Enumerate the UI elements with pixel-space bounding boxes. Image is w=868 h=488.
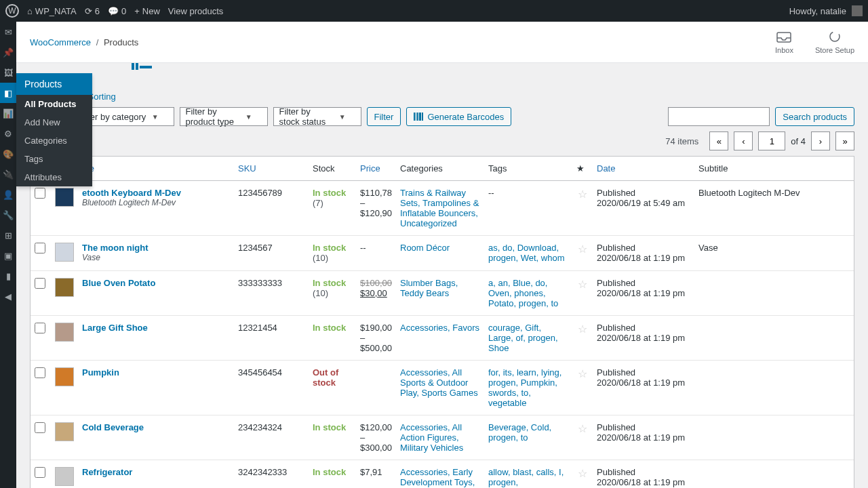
product-title-link[interactable]: Large Gift Shoe xyxy=(82,323,148,333)
new-content-link[interactable]: + New xyxy=(134,6,160,16)
filter-stock-select[interactable]: Filter by stock status▼ xyxy=(273,107,361,126)
search-products-button[interactable]: Search products xyxy=(775,107,854,126)
categories-cell[interactable]: Slumber Bags, Teddy Bears xyxy=(400,278,458,298)
row-checkbox[interactable] xyxy=(35,323,45,333)
row-checkbox[interactable] xyxy=(35,422,45,433)
submenu-tags[interactable]: Tags xyxy=(16,150,92,168)
col-name[interactable]: me xyxy=(78,157,234,181)
featured-star-toggle[interactable]: ☆ xyxy=(578,423,587,434)
featured-star-toggle[interactable]: ☆ xyxy=(578,323,587,335)
row-checkbox[interactable] xyxy=(35,467,45,478)
updates-link[interactable]: ⟳ 6 xyxy=(85,6,100,16)
product-title-link[interactable]: Cold Beverage xyxy=(82,422,144,432)
loading-icon xyxy=(827,30,843,43)
view-products-link[interactable]: View products xyxy=(168,6,223,16)
categories-cell[interactable]: Accessories, Favors xyxy=(400,323,479,333)
submenu-add-new[interactable]: Add New xyxy=(16,113,92,131)
rail-media-icon[interactable]: 🖼 xyxy=(0,62,16,83)
sku-cell: 234234324 xyxy=(234,415,309,460)
store-setup-button[interactable]: Store Setup xyxy=(815,30,854,54)
rail-products-icon[interactable]: ◧ xyxy=(0,83,16,103)
product-title-link[interactable]: The moon night xyxy=(82,243,148,253)
col-date[interactable]: Date xyxy=(593,157,694,181)
site-name-link[interactable]: ⌂ WP_NATA xyxy=(27,6,77,16)
col-sku[interactable]: SKU xyxy=(234,157,309,181)
product-title-link[interactable]: etooth Keyboard M-Dev xyxy=(82,188,181,198)
submenu-all-products[interactable]: All Products xyxy=(16,95,92,113)
inbox-button[interactable]: Inbox xyxy=(775,30,793,54)
tags-cell[interactable]: for, its, learn, lying, progen, Pumpkin,… xyxy=(488,367,561,408)
date-stamp: 2020/06/18 at 1:19 pm xyxy=(597,432,685,443)
price-cell: $190,00 – $500,00 xyxy=(356,316,396,361)
categories-cell[interactable]: Accessories, Early Development Toys, Mot… xyxy=(400,467,475,488)
categories-cell[interactable]: Trains & Railway Sets, Trampolines & Inf… xyxy=(400,188,479,228)
search-input[interactable] xyxy=(668,107,770,126)
filter-type-select[interactable]: Filter by product type▼ xyxy=(180,107,268,126)
submenu-attributes[interactable]: Attributes xyxy=(16,168,92,186)
rail-plugins-icon[interactable]: 🔌 xyxy=(0,164,16,184)
categories-cell[interactable]: Accessories, All Action Figures, Militar… xyxy=(400,422,463,453)
row-checkbox[interactable] xyxy=(35,278,45,289)
rail-analytics-icon[interactable]: 📊 xyxy=(0,103,16,123)
rail-item-icon[interactable]: ▣ xyxy=(0,245,16,266)
product-title-link[interactable]: Refrigerator xyxy=(82,467,132,477)
product-thumbnail[interactable] xyxy=(55,422,74,441)
categories-cell[interactable]: Room Décor xyxy=(400,243,450,253)
sku-cell: 123456789 xyxy=(234,181,309,236)
generate-barcodes-button[interactable]: Generate Barcodes xyxy=(406,107,511,126)
next-page-button[interactable]: › xyxy=(811,131,830,150)
stock-status: In stock xyxy=(313,243,346,253)
rail-collapse-icon[interactable]: ◀ xyxy=(0,286,16,306)
product-thumbnail[interactable] xyxy=(55,367,74,386)
tags-cell[interactable]: allow, blast, calls, I, progen, Refriger… xyxy=(488,467,564,488)
table-row: Large Gift Shoe12321454In stock$190,00 –… xyxy=(31,316,854,361)
prev-page-button[interactable]: ‹ xyxy=(734,131,753,150)
first-page-button[interactable]: « xyxy=(709,131,728,150)
submenu-heading[interactable]: Products xyxy=(16,73,92,95)
breadcrumb-root[interactable]: WooCommerce xyxy=(30,37,91,47)
featured-star-toggle[interactable]: ☆ xyxy=(578,243,587,255)
current-page-input[interactable] xyxy=(758,131,785,150)
subtitle-cell xyxy=(694,415,854,460)
product-thumbnail[interactable] xyxy=(55,243,74,262)
rail-mail-icon[interactable]: ✉ xyxy=(0,22,16,42)
comments-link[interactable]: 💬 0 xyxy=(108,6,126,16)
filter-button[interactable]: Filter xyxy=(367,107,401,126)
rail-barcode-icon[interactable]: ▮ xyxy=(0,266,16,286)
last-page-button[interactable]: » xyxy=(835,131,854,150)
product-thumbnail[interactable] xyxy=(55,323,74,342)
howdy-text[interactable]: Howdy, natalie xyxy=(789,6,846,16)
product-thumbnail[interactable] xyxy=(55,278,74,297)
featured-star-toggle[interactable]: ☆ xyxy=(578,468,587,479)
products-submenu: Products All Products Add New Categories… xyxy=(16,73,92,186)
rail-appearance-icon[interactable]: 🎨 xyxy=(0,144,16,164)
rail-users-icon[interactable]: 👤 xyxy=(0,184,16,205)
categories-cell[interactable]: Accessories, All Sports & Outdoor Play, … xyxy=(400,367,478,398)
row-checkbox[interactable] xyxy=(35,367,45,378)
featured-star-toggle[interactable]: ☆ xyxy=(578,188,587,200)
row-checkbox[interactable] xyxy=(35,188,45,199)
tags-cell[interactable]: Beverage, Cold, progen, to xyxy=(488,422,551,443)
tags-cell[interactable]: as, do, Download, progen, Wet, whom xyxy=(488,243,564,263)
featured-star-toggle[interactable]: ☆ xyxy=(578,368,587,380)
product-title-link[interactable]: Blue Oven Potato xyxy=(82,278,155,288)
product-title-link[interactable]: Pumpkin xyxy=(82,367,119,378)
product-thumbnail[interactable] xyxy=(55,188,74,207)
featured-star-toggle[interactable]: ☆ xyxy=(578,279,587,290)
avatar[interactable] xyxy=(852,5,863,16)
submenu-categories[interactable]: Categories xyxy=(16,131,92,150)
date-stamp: 2020/06/18 at 1:19 pm xyxy=(597,253,685,263)
date-stamp: 2020/06/19 at 5:49 am xyxy=(597,198,685,208)
rail-feedback-icon[interactable]: ⚙ xyxy=(0,123,16,144)
product-thumbnail[interactable] xyxy=(55,467,74,486)
rail-posts-icon[interactable]: 📌 xyxy=(0,42,16,62)
tags-cell[interactable]: a, an, Blue, do, Oven, phones, Potato, p… xyxy=(488,278,558,308)
table-row: etooth Keyboard M-DevBluetooth Logitech … xyxy=(31,181,854,236)
rail-tools-icon[interactable]: 🔧 xyxy=(0,205,16,225)
tags-cell[interactable]: courage, Gift, Large, of, progen, Shoe xyxy=(488,323,558,353)
wp-logo[interactable]: W xyxy=(5,4,19,18)
rail-settings-icon[interactable]: ⊞ xyxy=(0,225,16,245)
col-price[interactable]: Price xyxy=(356,157,396,181)
subtitle-cell: Vase xyxy=(694,236,854,271)
row-checkbox[interactable] xyxy=(35,243,45,253)
